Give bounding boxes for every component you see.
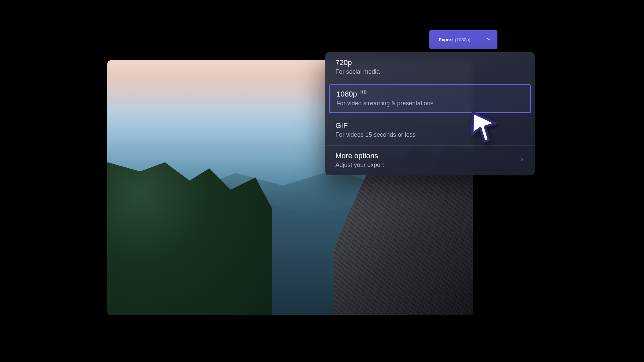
preview-foliage-left xyxy=(107,162,272,315)
export-option-subtitle: For video streaming & presentations xyxy=(336,100,524,107)
export-more-options[interactable]: More options Adjust your export xyxy=(325,145,535,175)
export-button-label: Export xyxy=(439,37,453,42)
more-options-title: More options xyxy=(335,152,378,160)
export-option-title: 720p xyxy=(335,58,352,67)
export-option-subtitle: For videos 15 seconds or less xyxy=(335,131,525,138)
export-option-720p[interactable]: 720p For social media xyxy=(325,52,535,82)
export-dropdown: 720p For social media 1080p HD For video… xyxy=(325,52,535,175)
chevron-down-icon xyxy=(486,37,491,43)
export-button[interactable]: Export (1080p) xyxy=(429,30,480,49)
export-option-title: GIF xyxy=(335,121,348,130)
export-option-gif[interactable]: GIF For videos 15 seconds or less xyxy=(325,115,535,145)
export-dropdown-toggle[interactable] xyxy=(480,30,497,49)
chevron-right-icon xyxy=(520,157,525,163)
export-option-1080p[interactable]: 1080p HD For video streaming & presentat… xyxy=(329,84,531,113)
export-split-button: Export (1080p) xyxy=(429,30,497,49)
export-option-subtitle: For social media xyxy=(335,68,525,75)
export-option-title: 1080p xyxy=(336,90,357,99)
hd-badge: HD xyxy=(360,90,367,95)
more-options-subtitle: Adjust your export xyxy=(335,162,384,169)
export-button-resolution: (1080p) xyxy=(455,37,470,42)
